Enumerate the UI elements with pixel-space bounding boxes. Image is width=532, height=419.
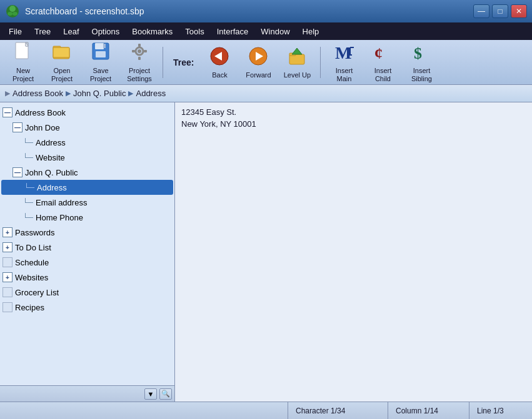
- svg-rect-19: [144, 50, 147, 52]
- minimize-button[interactable]: —: [473, 4, 489, 18]
- tree-label-schedule: Schedule: [15, 258, 49, 267]
- save-project-button[interactable]: SaveProject: [83, 44, 119, 81]
- menu-file[interactable]: File: [3, 24, 28, 39]
- tree-node-john-q-public[interactable]: — John Q. Public: [0, 165, 174, 180]
- app-icon: [5, 4, 20, 19]
- tree-node-grocery[interactable]: Grocery List: [0, 285, 174, 300]
- tree-search-button[interactable]: 🔍: [159, 388, 172, 400]
- expand-icon-john-q-public[interactable]: —: [13, 167, 23, 177]
- project-settings-label: ProjectSettings: [127, 67, 152, 83]
- content-panel: 12345 Easy St. New York, NY 10001: [175, 102, 532, 402]
- breadcrumb-address[interactable]: Address: [136, 89, 166, 98]
- expand-icon-websites[interactable]: +: [3, 272, 13, 282]
- maximize-button[interactable]: □: [492, 4, 508, 18]
- expand-icon-recipes[interactable]: [3, 302, 13, 312]
- project-settings-icon: [129, 41, 149, 66]
- menu-tools[interactable]: Tools: [179, 24, 210, 39]
- svg-point-3: [13, 12, 18, 16]
- expand-icon-todo[interactable]: +: [3, 242, 13, 252]
- tree-node-websites[interactable]: + Websites: [0, 270, 174, 285]
- tree-node-email-jqp[interactable]: └─ Email address: [0, 195, 174, 210]
- tree-bottom-bar: ▼ 🔍: [0, 385, 174, 402]
- breadcrumb-john-q-public[interactable]: John Q. Public: [73, 89, 126, 98]
- tree-label-address-jqp: Address: [37, 183, 67, 192]
- tree-label-phone-jqp: Home Phone: [36, 213, 83, 222]
- status-bar: Character 1/34 Column 1/14 Line 1/3: [0, 402, 532, 419]
- title-bar: Scratchboard - screenshot.sbp — □ ✕: [0, 0, 532, 22]
- insert-main-icon: M: [333, 41, 355, 66]
- tree-node-phone-jqp[interactable]: └─ Home Phone: [0, 210, 174, 225]
- menu-tree[interactable]: Tree: [28, 24, 57, 39]
- back-button[interactable]: Back: [201, 44, 238, 81]
- new-project-button[interactable]: NewProject: [5, 44, 41, 81]
- expand-icon-address-book[interactable]: —: [3, 107, 13, 117]
- insert-main-button[interactable]: M InsertMain: [326, 44, 362, 81]
- svg-marker-26: [292, 48, 302, 54]
- tree-node-address-book[interactable]: — Address Book: [0, 105, 174, 120]
- status-line: Line 1/3: [469, 402, 532, 419]
- project-settings-button[interactable]: ProjectSettings: [121, 44, 158, 81]
- menu-window[interactable]: Window: [254, 24, 296, 39]
- tree-label-website-jd: Website: [36, 153, 65, 162]
- svg-rect-13: [103, 44, 106, 48]
- menu-interface[interactable]: Interface: [211, 24, 255, 39]
- close-button[interactable]: ✕: [511, 4, 527, 18]
- tree-label-address-book: Address Book: [15, 108, 66, 117]
- svg-point-15: [138, 49, 141, 53]
- breadcrumb-sep-2: ▶: [128, 89, 133, 97]
- svg-text:$: $: [414, 44, 422, 62]
- level-up-button[interactable]: Level Up: [279, 44, 315, 81]
- tree-label-john-doe: John Doe: [25, 123, 60, 132]
- forward-label: Forward: [246, 71, 271, 79]
- toolbar: NewProject OpenProject SaveProject: [0, 40, 532, 85]
- menu-help[interactable]: Help: [296, 24, 326, 39]
- breadcrumb-sep-1: ▶: [66, 89, 71, 97]
- status-empty: [0, 402, 288, 419]
- forward-button[interactable]: Forward: [240, 44, 276, 81]
- window-controls: — □ ✕: [473, 4, 527, 18]
- tree-label-websites: Websites: [15, 273, 48, 282]
- breadcrumb-address-book[interactable]: Address Book: [13, 89, 63, 98]
- tree-label-passwords: Passwords: [15, 228, 55, 237]
- window-title: Scratchboard - screenshot.sbp: [25, 6, 473, 16]
- insert-child-icon: ¢: [371, 41, 394, 66]
- insert-sibling-button[interactable]: $ InsertSibling: [403, 44, 439, 81]
- open-project-icon: [52, 41, 72, 66]
- tree-node-website-jd[interactable]: └─ Website: [0, 150, 174, 165]
- svg-rect-12: [96, 51, 106, 57]
- expand-icon-john-doe[interactable]: —: [13, 122, 23, 132]
- tree-label-grocery: Grocery List: [15, 288, 59, 297]
- tree-node-todo[interactable]: + To Do List: [0, 240, 174, 255]
- expand-icon-passwords[interactable]: +: [3, 227, 13, 237]
- main-area: — Address Book — John Doe └─ Address └─ …: [0, 102, 532, 402]
- tree-node-recipes[interactable]: Recipes: [0, 300, 174, 315]
- content-line-1: 12345 Easy St.: [181, 107, 526, 117]
- status-column: Column 1/14: [388, 402, 469, 419]
- open-project-button[interactable]: OpenProject: [44, 44, 80, 81]
- expand-icon-schedule[interactable]: [3, 257, 13, 267]
- tree-connector-address-jd: └─: [23, 138, 33, 147]
- tree-scroll[interactable]: — Address Book — John Doe └─ Address └─ …: [0, 102, 174, 385]
- menu-bookmarks[interactable]: Bookmarks: [126, 24, 179, 39]
- back-label: Back: [212, 71, 227, 79]
- tree-node-john-doe[interactable]: — John Doe: [0, 120, 174, 135]
- tree-label-recipes: Recipes: [15, 303, 44, 312]
- toolbar-separator-1: [163, 47, 163, 78]
- tree-node-passwords[interactable]: + Passwords: [0, 225, 174, 240]
- menu-leaf[interactable]: Leaf: [57, 24, 85, 39]
- expand-icon-grocery[interactable]: [3, 287, 13, 297]
- svg-rect-9: [53, 47, 69, 57]
- menu-bar: File Tree Leaf Options Bookmarks Tools I…: [0, 22, 532, 40]
- breadcrumb-arrow-0: ▶: [5, 89, 10, 97]
- svg-rect-11: [95, 43, 104, 49]
- insert-child-button[interactable]: ¢ InsertChild: [364, 44, 401, 81]
- new-project-icon: [13, 41, 33, 66]
- tree-node-schedule[interactable]: Schedule: [0, 255, 174, 270]
- tree-scroll-down-button[interactable]: ▼: [144, 388, 157, 400]
- tree-node-address-jd[interactable]: └─ Address: [0, 135, 174, 150]
- breadcrumb: ▶ Address Book ▶ John Q. Public ▶ Addres…: [0, 85, 532, 102]
- menu-options[interactable]: Options: [86, 24, 126, 39]
- insert-child-label: InsertChild: [374, 67, 392, 83]
- save-project-icon: [91, 41, 111, 66]
- tree-node-address-jqp[interactable]: └─ Address: [1, 180, 173, 195]
